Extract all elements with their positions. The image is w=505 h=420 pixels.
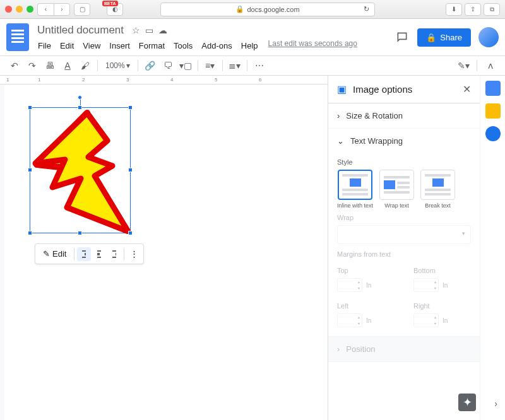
explore-button[interactable]: ✦ (458, 394, 476, 411)
wrap-label: Wrap (337, 214, 471, 221)
close-window-button[interactable] (5, 6, 12, 13)
document-canvas[interactable]: 1 1 2 3 4 5 6 (0, 76, 328, 420)
svg-rect-2 (82, 250, 86, 252)
wrap-option-inline[interactable]: Inline with text (337, 170, 373, 209)
resize-handle-tl[interactable] (28, 105, 32, 110)
share-browser-button[interactable]: ⇪ (465, 3, 481, 16)
margin-bottom-input[interactable] (413, 278, 439, 292)
share-button[interactable]: 🔒 Share (417, 28, 471, 47)
chevron-right-icon: › (337, 111, 340, 120)
downloads-button[interactable]: ⬇ (446, 3, 462, 16)
resize-handle-bl[interactable] (28, 231, 32, 235)
chevron-down-icon: ⌄ (337, 136, 344, 146)
margins-label: Margins from text (337, 250, 471, 258)
menu-file[interactable]: File (34, 39, 55, 52)
nav-back-button[interactable]: ‹ (37, 3, 54, 16)
page[interactable]: ✎ Edit ⋮ (4, 85, 328, 420)
docs-logo-icon[interactable] (6, 23, 29, 51)
section-text-wrapping[interactable]: ⌄ Text Wrapping (328, 129, 480, 153)
wrap-text-button[interactable] (92, 247, 106, 261)
image-overflow-button[interactable]: ⋮ (127, 247, 141, 261)
selected-image[interactable] (30, 107, 131, 233)
tasks-addon-icon[interactable] (485, 126, 501, 141)
resize-handle-br[interactable] (128, 231, 133, 235)
calendar-addon-icon[interactable] (485, 81, 501, 96)
svg-rect-11 (112, 257, 116, 258)
lock-icon: 🔒 (235, 5, 244, 13)
menu-format[interactable]: Format (135, 39, 169, 52)
image-options-sidebar: ▣ Image options ✕ › Size & Rotation ⌄ Te… (328, 76, 480, 420)
wrap-option-wrap[interactable]: Wrap text (379, 170, 414, 209)
rotate-handle[interactable] (78, 95, 82, 100)
resize-handle-ml[interactable] (28, 168, 32, 172)
margin-left-input[interactable] (337, 313, 362, 327)
toolbar: ↶ ↷ 🖶 A 🖌 100%▾ 🔗 🗨 ▾▢ ≡▾ ≣▾ ⋯ ✎▾ ʌ (0, 55, 505, 76)
undo-button[interactable]: ↶ (6, 58, 23, 73)
editing-mode-button[interactable]: ✎▾ (455, 58, 472, 73)
line-spacing-button[interactable]: ≣▾ (227, 58, 243, 73)
insert-comment-button[interactable]: 🗨 (160, 58, 176, 73)
doc-header: Untitled document ☆ ▭ ☁ File Edit View I… (0, 19, 505, 55)
last-edit-text[interactable]: Last edit was seconds ago (268, 39, 357, 52)
menu-addons[interactable]: Add-ons (198, 39, 235, 52)
svg-rect-5 (97, 250, 101, 252)
horizontal-ruler[interactable]: 1 1 2 3 4 5 6 (0, 76, 328, 85)
svg-rect-6 (97, 257, 101, 258)
collapse-rail-button[interactable]: › (494, 399, 497, 409)
wrap-inline-button[interactable] (77, 247, 91, 261)
spellcheck-button[interactable]: A (59, 58, 76, 73)
lightning-bolt-image (30, 108, 131, 234)
edit-image-button[interactable]: ✎ Edit (38, 247, 71, 261)
reload-icon[interactable]: ↻ (364, 5, 369, 13)
wrap-option-break[interactable]: Break text (420, 170, 455, 209)
sidebar-toggle-button[interactable]: ▢ (74, 3, 90, 16)
resize-handle-tr[interactable] (128, 105, 133, 110)
resize-handle-mr[interactable] (128, 168, 133, 172)
style-label: Style (337, 158, 471, 166)
nav-forward-button[interactable]: › (54, 3, 70, 16)
close-sidebar-button[interactable]: ✕ (463, 83, 471, 95)
zoom-dropdown[interactable]: 100%▾ (102, 61, 134, 70)
minimize-window-button[interactable] (16, 6, 23, 13)
menu-edit[interactable]: Edit (56, 39, 78, 52)
traffic-lights (5, 6, 33, 13)
wrap-dropdown[interactable] (337, 225, 471, 244)
paint-format-button[interactable]: 🖌 (77, 58, 93, 73)
section-size-rotation[interactable]: › Size & Rotation (328, 103, 480, 128)
tabs-button[interactable]: ⧉ (484, 3, 500, 16)
section-position[interactable]: › Position (328, 337, 480, 361)
print-button[interactable]: 🖶 (42, 58, 58, 73)
svg-rect-12 (116, 253, 116, 255)
resize-handle-tm[interactable] (78, 105, 82, 110)
wrap-break-button[interactable] (107, 247, 121, 261)
menu-tools[interactable]: Tools (170, 39, 196, 52)
insert-link-button[interactable]: 🔗 (142, 58, 158, 73)
comments-button[interactable] (395, 30, 410, 45)
doc-title-input[interactable]: Untitled document (34, 23, 127, 38)
margin-top-input[interactable] (337, 278, 362, 292)
url-text: docs.google.com (247, 6, 299, 13)
redo-button[interactable]: ↷ (24, 58, 40, 73)
lock-icon: 🔒 (426, 33, 436, 42)
star-icon[interactable]: ☆ (132, 25, 140, 35)
pencil-icon: ✎ (43, 249, 50, 259)
move-folder-icon[interactable]: ▭ (145, 25, 153, 35)
menu-insert[interactable]: Insert (105, 39, 134, 52)
cloud-status-icon[interactable]: ☁ (158, 25, 167, 35)
svg-marker-1 (35, 113, 128, 231)
account-avatar[interactable] (478, 27, 499, 47)
insert-image-button[interactable]: ▾▢ (177, 58, 194, 73)
menu-bar: File Edit View Insert Format Tools Add-o… (34, 39, 395, 52)
align-button[interactable]: ≡▾ (202, 58, 218, 73)
margin-right-input[interactable] (413, 313, 439, 327)
menu-help[interactable]: Help (237, 39, 262, 52)
image-context-toolbar: ✎ Edit ⋮ (35, 243, 144, 264)
collapse-toolbar-button[interactable]: ʌ (482, 58, 499, 73)
more-tools-button[interactable]: ⋯ (251, 58, 268, 73)
address-bar[interactable]: 🔒 docs.google.com ↻ (160, 3, 375, 16)
maximize-window-button[interactable] (27, 6, 33, 13)
resize-handle-bm[interactable] (78, 231, 82, 235)
keep-addon-icon[interactable] (485, 103, 501, 119)
svg-rect-3 (82, 257, 86, 258)
menu-view[interactable]: View (79, 39, 104, 52)
